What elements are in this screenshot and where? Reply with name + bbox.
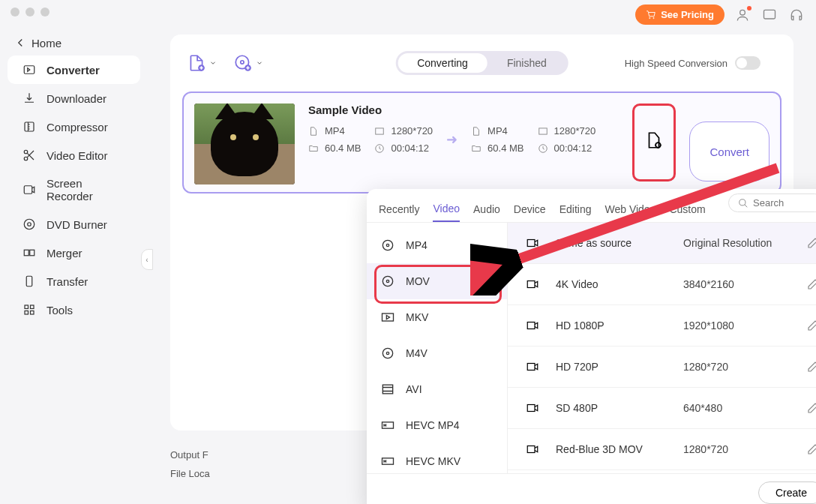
converter-icon [22, 63, 36, 76]
folder-icon [471, 143, 482, 154]
compressor-icon [22, 120, 36, 134]
svg-point-5 [24, 157, 28, 160]
convert-button[interactable]: Convert [689, 122, 770, 182]
tab-finished[interactable]: Finished [488, 53, 566, 73]
hsc-switch[interactable] [735, 56, 760, 70]
video-thumbnail[interactable] [194, 104, 295, 184]
sidebar: Home Converter Downloader Compressor Vid… [0, 26, 148, 504]
format-item-mp4[interactable]: MP4 [367, 227, 507, 263]
sidebar-item-label: Converter [46, 64, 100, 76]
sidebar-home[interactable]: Home [0, 30, 148, 56]
format-item-m4v[interactable]: M4V [367, 335, 507, 371]
sidebar-item-downloader[interactable]: Downloader [8, 84, 140, 112]
popup-tab-video[interactable]: Video [433, 196, 460, 222]
popup-tab-custom[interactable]: Custom [669, 197, 705, 221]
popup-tab-audio[interactable]: Audio [473, 197, 500, 221]
chevron-down-icon [256, 59, 263, 67]
resolution-item[interactable]: HD 720P1280*720 [508, 346, 816, 388]
svg-rect-6 [24, 186, 32, 194]
svg-rect-39 [527, 364, 535, 370]
resolution-item[interactable]: Same as sourceOriginal Resolution [508, 223, 816, 264]
add-file-button[interactable] [187, 53, 217, 73]
format-item-mkv[interactable]: MKV [367, 299, 507, 335]
src-dur: 00:04:12 [391, 142, 429, 154]
edit-icon[interactable] [806, 278, 816, 291]
svg-rect-11 [26, 276, 32, 286]
clock-icon [374, 143, 385, 154]
sidebar-item-tools[interactable]: Tools [8, 296, 140, 324]
download-icon [22, 92, 36, 105]
format-item-hevc-mp4[interactable]: HEVC MP4 [367, 407, 507, 443]
sidebar-item-label: Screen Recorder [46, 177, 125, 202]
traffic-light-min[interactable] [26, 8, 34, 16]
sidebar-item-compressor[interactable]: Compressor [8, 112, 140, 141]
headset-icon[interactable] [788, 6, 806, 24]
file-icon [308, 126, 319, 136]
format-item-avi[interactable]: AVI [367, 371, 507, 407]
edit-icon[interactable] [806, 442, 816, 456]
chat-icon[interactable] [760, 6, 778, 24]
resolution-list: Same as sourceOriginal Resolution 4K Vid… [508, 223, 816, 473]
svg-rect-41 [527, 446, 535, 453]
add-disc-button[interactable] [233, 53, 263, 73]
sidebar-item-video-editor[interactable]: Video Editor [8, 141, 140, 170]
merger-icon [22, 246, 36, 260]
sidebar-item-converter[interactable]: Converter [8, 56, 140, 84]
resolution-item[interactable]: SD 480P640*480 [508, 388, 816, 429]
tab-converting[interactable]: Converting [398, 53, 488, 73]
camera-icon [524, 236, 541, 250]
format-item-mov[interactable]: MOV [367, 263, 507, 299]
search-input[interactable] [753, 197, 813, 208]
see-pricing-label: See Pricing [661, 9, 714, 20]
dst-res: 1280*720 [554, 125, 596, 136]
disc-icon [380, 274, 395, 289]
svg-rect-9 [24, 250, 28, 256]
edit-icon[interactable] [806, 401, 816, 415]
resolution-item[interactable]: Red-Blue 3D MOV1280*720 [508, 429, 816, 470]
edit-icon[interactable] [806, 319, 816, 332]
hevc-icon [380, 454, 395, 469]
clock-icon [538, 143, 548, 154]
svg-rect-14 [25, 311, 28, 315]
popup-tab-recently[interactable]: Recently [379, 197, 419, 221]
add-file-icon [187, 53, 206, 73]
edit-icon[interactable] [806, 236, 816, 250]
file-icon [471, 126, 482, 136]
resolution-item[interactable]: 4K Video3840*2160 [508, 264, 816, 305]
create-button[interactable]: Create [758, 482, 816, 504]
svg-rect-38 [527, 322, 535, 329]
svg-point-29 [386, 280, 388, 282]
user-icon[interactable] [734, 6, 752, 24]
resolution-item[interactable]: HD 1080P1920*1080 [508, 305, 816, 346]
svg-rect-40 [527, 405, 535, 412]
format-item-hevc-mkv[interactable]: HEVC MKV [367, 443, 507, 473]
format-popup: Recently Video Audio Device Editing Web … [367, 189, 816, 504]
sidebar-item-screen-recorder[interactable]: Screen Recorder [8, 170, 140, 210]
popup-tab-device[interactable]: Device [514, 197, 546, 221]
scissors-icon [22, 148, 36, 162]
sidebar-item-label: Transfer [46, 275, 88, 288]
popup-search[interactable] [728, 194, 816, 212]
svg-rect-20 [376, 128, 384, 134]
sidebar-item-merger[interactable]: Merger [8, 238, 140, 267]
src-size: 60.4 MB [325, 142, 361, 154]
camera-icon [524, 319, 541, 332]
traffic-light-close[interactable] [10, 8, 20, 16]
see-pricing-button[interactable]: See Pricing [635, 4, 724, 25]
popup-tab-editing[interactable]: Editing [560, 197, 592, 221]
output-settings-button[interactable] [638, 124, 670, 157]
traffic-light-max[interactable] [40, 8, 50, 16]
edit-icon[interactable] [806, 360, 816, 374]
sidebar-item-label: Tools [46, 304, 73, 316]
popup-tab-webvideo[interactable]: Web Video [604, 197, 656, 221]
sidebar-item-dvd-burner[interactable]: DVD Burner [8, 210, 140, 238]
sidebar-item-transfer[interactable]: Transfer [8, 267, 140, 296]
folder-icon [308, 143, 319, 154]
camera-icon [524, 442, 541, 456]
svg-point-25 [740, 199, 746, 205]
sidebar-item-label: Downloader [46, 92, 106, 105]
svg-point-7 [24, 219, 34, 230]
src-format: MP4 [325, 125, 345, 136]
svg-point-0 [740, 10, 746, 15]
svg-rect-30 [382, 314, 394, 321]
